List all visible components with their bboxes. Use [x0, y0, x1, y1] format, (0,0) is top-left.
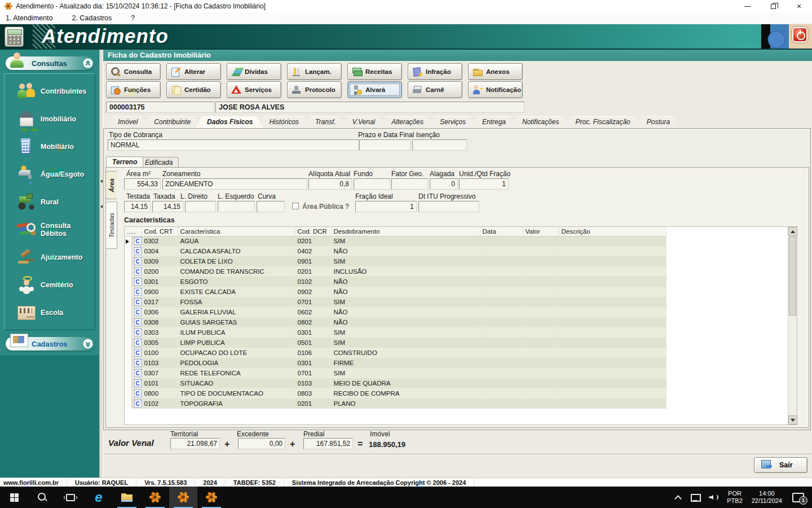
- toolbar-button[interactable]: Receitas: [347, 63, 402, 80]
- table-row[interactable]: C 0302 AGUA 0201 SIM: [125, 236, 666, 246]
- taxada-field[interactable]: 14,15: [152, 201, 183, 212]
- sidebar-item[interactable]: Rural: [5, 188, 95, 216]
- table-row[interactable]: C 0309 COLETA DE LIXO 0901 SIM: [125, 256, 666, 266]
- sair-button[interactable]: Sair: [754, 457, 807, 473]
- tab[interactable]: Serviços: [429, 116, 476, 128]
- sidebar-item[interactable]: Mobiliário: [5, 133, 95, 160]
- table-row[interactable]: C 0900 EXISTE CALCADA 0902 NÃO: [125, 287, 666, 297]
- side-tab-testadas[interactable]: Testadas: [105, 202, 117, 249]
- sidebar-item[interactable]: Contribuintes: [5, 77, 95, 105]
- header-cod-dcr[interactable]: Cod. DCR: [295, 227, 331, 236]
- table-row[interactable]: C 0800 TIPO DE DOCUMENTACAO 0803 RECIBO …: [125, 388, 666, 398]
- language-indicator[interactable]: PORPTB2: [727, 490, 743, 505]
- toolbar-button[interactable]: Protocolo: [287, 81, 342, 98]
- property-code-field[interactable]: 000003175: [106, 102, 214, 113]
- tab[interactable]: Contribuinte: [143, 116, 201, 128]
- menu-item[interactable]: ?: [129, 13, 137, 23]
- toolbar-button[interactable]: Dívidas: [227, 63, 281, 80]
- scroll-thumb[interactable]: [789, 237, 796, 316]
- tab[interactable]: V.Venal: [341, 116, 386, 128]
- zoneamento-field[interactable]: ZONEAMENTO: [162, 178, 307, 190]
- subtab-terreno[interactable]: Terreno: [106, 156, 143, 167]
- task-view-icon[interactable]: [56, 487, 85, 508]
- toolbar-button[interactable]: Alvará: [347, 81, 402, 98]
- tab[interactable]: Alterações: [380, 116, 434, 128]
- toolbar-button[interactable]: Funções: [106, 81, 161, 98]
- fiorilli-app-icon[interactable]: [141, 487, 169, 508]
- chevron-down-icon[interactable]: [83, 339, 93, 349]
- header-dots[interactable]: .....: [125, 227, 142, 236]
- close-button[interactable]: ×: [786, 0, 812, 12]
- statusbar-item[interactable]: www.fiorilli.com.br: [0, 479, 67, 486]
- toolbar-button[interactable]: Serviços: [227, 81, 281, 98]
- search-icon[interactable]: [28, 487, 56, 508]
- sidebar-item[interactable]: Cemitério: [5, 271, 95, 299]
- dt-itu-field[interactable]: [418, 201, 479, 212]
- fator-geo-field[interactable]: [391, 178, 428, 190]
- sidebar-splitter[interactable]: [99, 50, 103, 478]
- power-icon[interactable]: [792, 27, 807, 42]
- sidebar-section-consultas[interactable]: Consultas: [6, 56, 95, 70]
- tab[interactable]: Transf.: [304, 116, 346, 128]
- header-desdobramento[interactable]: Desdobramento: [331, 227, 480, 236]
- table-row[interactable]: C 0304 CALCADA ASFALTO 0402 NÃO: [125, 246, 666, 256]
- header-data[interactable]: Data: [480, 227, 523, 236]
- sidebar-item[interactable]: Água/Esgoto: [5, 160, 95, 188]
- chevron-up-icon[interactable]: [83, 58, 93, 68]
- unid-fracao-field[interactable]: 1: [459, 178, 509, 190]
- sidebar-item[interactable]: Escola: [5, 299, 95, 326]
- territorial-field[interactable]: 21.098,67: [170, 438, 220, 449]
- header-valor[interactable]: Valor: [523, 227, 559, 236]
- fiorilli-app-icon[interactable]: [197, 487, 226, 508]
- volume-icon[interactable]: [709, 493, 718, 501]
- toolbar-button[interactable]: Lançam.: [287, 63, 342, 80]
- vertical-scrollbar[interactable]: [788, 227, 797, 424]
- subtab-edificada[interactable]: Edificada: [139, 157, 179, 168]
- tab[interactable]: Imóvel: [107, 116, 148, 128]
- toolbar-button[interactable]: Consulta: [106, 63, 161, 80]
- clock[interactable]: 14:0022/11/2024: [752, 490, 782, 505]
- tab[interactable]: Entrega: [471, 116, 516, 128]
- alagada-field[interactable]: 0: [430, 178, 458, 190]
- tab[interactable]: Postura: [636, 116, 680, 128]
- toolbar-button[interactable]: Notificação: [468, 81, 523, 98]
- table-row[interactable]: C 0200 COMANDO DE TRANSCRIC 0201 INCLUSÃ…: [125, 266, 666, 277]
- restore-button[interactable]: [760, 0, 786, 12]
- table-row[interactable]: C 0100 OCUPACAO DO LOTE 0106 CONSTRUIDO: [125, 348, 666, 358]
- file-explorer-icon[interactable]: [113, 487, 141, 508]
- predial-field[interactable]: 167.851,52: [303, 438, 353, 449]
- cobranca-field[interactable]: NORMAL: [108, 139, 359, 151]
- table-row[interactable]: C 0101 SITUACAO 0103 MEIO DE QUADRA: [125, 378, 666, 388]
- excedente-field[interactable]: 0,00: [238, 438, 285, 449]
- table-row[interactable]: C 0306 GALERIA FLUVIAL 0602 NÃO: [125, 307, 666, 317]
- owner-name-field[interactable]: JOSE ROSA ALVES: [215, 102, 524, 113]
- toolbar-button[interactable]: Certidão: [166, 81, 221, 98]
- sidebar-section-cadastros[interactable]: Cadastros: [6, 337, 95, 351]
- table-row[interactable]: C 0103 PEDOLOGIA 0301 FIRME: [125, 358, 666, 368]
- table-row[interactable]: C 0301 ESGOTO 0102 NÃO: [125, 277, 666, 287]
- tab[interactable]: Históricos: [258, 116, 309, 128]
- l-direito-field[interactable]: [185, 201, 216, 212]
- l-esquerdo-field[interactable]: [218, 201, 255, 212]
- curva-field[interactable]: [257, 201, 285, 212]
- header-descricao[interactable]: Descrição: [559, 227, 666, 236]
- fracao-ideal-field[interactable]: 1: [355, 201, 417, 212]
- network-icon[interactable]: [691, 493, 700, 501]
- sidebar-item[interactable]: Ajuizamento: [5, 243, 95, 271]
- area-field[interactable]: 554,33: [124, 178, 161, 190]
- side-tab-area[interactable]: Área: [105, 171, 117, 199]
- sidebar-item[interactable]: Consulta Débitos: [5, 216, 95, 243]
- header-caracteristica[interactable]: Característica: [178, 227, 295, 236]
- menu-item[interactable]: 2. Cadastros: [69, 13, 114, 23]
- internet-explorer-icon[interactable]: e: [85, 487, 113, 508]
- fiorilli-app-icon-active[interactable]: [169, 487, 197, 508]
- isencao-prazo-field[interactable]: [359, 139, 411, 151]
- toolbar-button[interactable]: Carnê: [408, 81, 462, 98]
- scroll-down-icon[interactable]: [788, 415, 797, 424]
- tab[interactable]: Proc. Fiscalização: [564, 116, 640, 128]
- testada-field[interactable]: 14,15: [124, 201, 151, 212]
- table-row[interactable]: C 0317 FOSSA 0701 SIM: [125, 297, 666, 307]
- menu-item[interactable]: 1. Atendimento: [3, 13, 55, 23]
- tray-chevron-up-icon[interactable]: [674, 495, 682, 502]
- scroll-up-icon[interactable]: [788, 227, 797, 236]
